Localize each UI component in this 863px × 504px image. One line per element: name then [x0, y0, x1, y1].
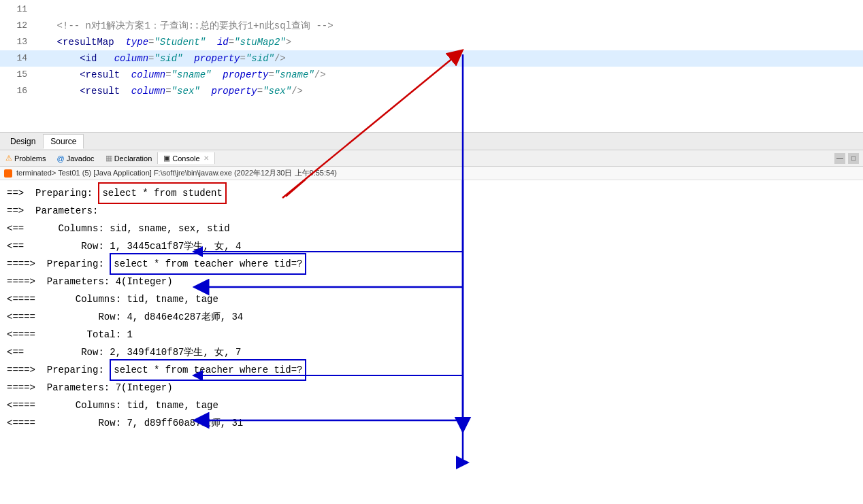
- console-tab-declaration[interactable]: ▦ Declaration: [100, 152, 158, 164]
- code-line-13: 13 <resultMap type="Student" id="stuMap2…: [0, 34, 863, 50]
- console-tab-problems[interactable]: ⚠ Problems: [0, 152, 51, 164]
- javadoc-icon: @: [56, 154, 64, 163]
- highlight-5: select * from teacher where tid=?: [110, 253, 306, 275]
- console-tab-problems-label: Problems: [14, 154, 46, 163]
- label-1: Preparing:: [35, 184, 98, 202]
- line-content-12: <!-- n对1解决方案1：子查询::总的要执行1+n此sql查询 -->: [34, 18, 863, 34]
- code-line-14: 14 <id column="sid" property="sid"/>: [0, 50, 863, 67]
- terminated-icon: [4, 169, 12, 178]
- line-8-text: <==== Row: 4, d846e4c287老师, 34: [7, 308, 243, 326]
- console-icon: ▣: [163, 154, 170, 163]
- maximize-btn[interactable]: □: [848, 153, 859, 164]
- console-line-12: ====> Parameters: 7(Integer): [7, 379, 856, 397]
- console-tabs: ⚠ Problems @ Javadoc ▦ Declaration ▣ Con…: [0, 150, 215, 166]
- line-num-16: 16: [0, 83, 34, 99]
- console-line-14: <==== Row: 7, d89ff60a87老师, 31: [7, 414, 856, 432]
- editor-tabs-row: Design Source: [0, 133, 863, 150]
- console-line-6: ====> Parameters: 4(Integer): [7, 273, 856, 290]
- highlight-11: select * from teacher where tid=?: [110, 359, 306, 381]
- code-line-16: 16 <result column="sex" property="sex"/>: [0, 83, 863, 99]
- console-toolbar: ⚠ Problems @ Javadoc ▦ Declaration ▣ Con…: [0, 150, 863, 167]
- console-line-13: <==== Columns: tid, tname, tage: [7, 397, 856, 414]
- line-num-13: 13: [0, 34, 34, 50]
- declaration-icon: ▦: [105, 154, 112, 163]
- line-num-12: 12: [0, 18, 34, 34]
- console-line-2: ==> Parameters:: [7, 202, 856, 220]
- line-7-text: <==== Columns: tid, tname, tage: [7, 290, 218, 308]
- line-num-15: 15: [0, 67, 34, 83]
- console-tab-declaration-label: Declaration: [114, 154, 152, 163]
- console-tab-console-label: Console: [172, 154, 199, 163]
- console-tab-console[interactable]: ▣ Console ✕: [157, 152, 214, 164]
- console-line-8: <==== Row: 4, d846e4c287老师, 34: [7, 308, 856, 326]
- prefix-5: ====> Preparing:: [7, 255, 110, 273]
- console-line-3: <== Columns: sid, sname, sex, stid: [7, 220, 856, 237]
- line-content-15: <result column="sname" property="sname"/…: [34, 67, 863, 83]
- main-container: 11 12 <!-- n对1解决方案1：子查询::总的要执行1+n此sql查询 …: [0, 0, 863, 504]
- console-line-9: <==== Total: 1: [7, 326, 856, 343]
- prefix-1: ==>: [7, 184, 35, 202]
- console-line-1: ==> Preparing: select * from student: [7, 184, 856, 202]
- line-num-14: 14: [0, 50, 34, 67]
- tab-source[interactable]: Source: [43, 134, 84, 149]
- code-line-11: 11: [0, 1, 863, 18]
- tab-source-label: Source: [50, 137, 76, 146]
- console-output: ==> Preparing: select * from student ==>…: [0, 180, 863, 504]
- line-6-text: ====> Parameters: 4(Integer): [7, 273, 173, 290]
- tab-design-label: Design: [10, 137, 35, 146]
- line-9-text: <==== Total: 1: [7, 326, 133, 343]
- line-2-text: ==> Parameters:: [7, 202, 98, 220]
- line-14-text: <==== Row: 7, d89ff60a87老师, 31: [7, 414, 243, 432]
- highlight-1: select * from student: [98, 182, 226, 204]
- console-close-icon[interactable]: ✕: [203, 154, 209, 162]
- code-lines: 11 12 <!-- n对1解决方案1：子查询::总的要执行1+n此sql查询 …: [0, 0, 863, 101]
- prefix-11: ====> Preparing:: [7, 361, 110, 379]
- line-content-16: <result column="sex" property="sex"/>: [34, 83, 863, 99]
- warning-icon: ⚠: [5, 154, 12, 163]
- line-3-text: <== Columns: sid, sname, sex, stid: [7, 220, 230, 237]
- line-content-14: <id column="sid" property="sid"/>: [34, 50, 863, 67]
- console-line-5: ====> Preparing: select * from teacher w…: [7, 255, 856, 273]
- console-line-7: <==== Columns: tid, tname, tage: [7, 290, 856, 308]
- code-line-12: 12 <!-- n对1解决方案1：子查询::总的要执行1+n此sql查询 -->: [0, 18, 863, 34]
- toolbar-right: — □: [834, 153, 863, 164]
- minimize-btn[interactable]: —: [834, 153, 845, 164]
- code-line-15: 15 <result column="sname" property="snam…: [0, 67, 863, 83]
- tab-design[interactable]: Design: [3, 134, 43, 149]
- console-tab-javadoc-label: Javadoc: [67, 154, 95, 163]
- terminated-bar: terminated> Test01 (5) [Java Application…: [0, 167, 863, 180]
- editor-area: 11 12 <!-- n对1解决方案1：子查询::总的要执行1+n此sql查询 …: [0, 0, 863, 133]
- line-num-11: 11: [0, 1, 34, 18]
- console-tab-javadoc[interactable]: @ Javadoc: [51, 153, 99, 164]
- line-13-text: <==== Columns: tid, tname, tage: [7, 397, 218, 414]
- line-content-13: <resultMap type="Student" id="stuMap2">: [34, 34, 863, 50]
- line-12-text: ====> Parameters: 7(Integer): [7, 379, 173, 397]
- terminated-text: terminated> Test01 (5) [Java Application…: [16, 168, 337, 178]
- console-line-11: ====> Preparing: select * from teacher w…: [7, 361, 856, 379]
